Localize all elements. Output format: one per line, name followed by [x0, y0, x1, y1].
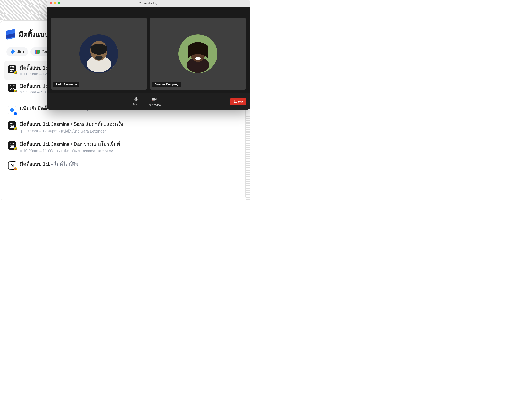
status-dot-icon [20, 91, 22, 93]
list-item[interactable]: N มีตติ้งแบบ 1:1 - ไกด์ไลน์ทีม [6, 157, 239, 173]
pill-jira-label: Jira [17, 49, 24, 54]
item-title: มีตติ้งแบบ 1:1 Jasmine / Dan วางแผนโปรเจ… [20, 141, 238, 148]
list-item[interactable]: FRI 29 มีตติ้งแบบ 1:1 Jasmine / Dan วางแ… [6, 137, 239, 158]
svg-point-6 [95, 56, 103, 60]
status-dot-icon [20, 73, 22, 75]
participant-tile[interactable]: Pedro Newsome [51, 18, 147, 90]
gcal-badge-icon [14, 89, 17, 93]
zoom-titlebar[interactable]: Zoom Meeting [47, 0, 250, 7]
file-icon [8, 106, 16, 114]
zoom-gallery: Pedro Newsome Jasmine Dempsey [47, 7, 250, 93]
item-title: มีตติ้งแบบ 1:1 Jasmine / Sara สัปดาห์ละส… [20, 121, 238, 128]
participant-name-label: Jasmine Dempsey [152, 82, 181, 87]
item-meta: 10:00am – 11:00am · แบ่งปันโดย Jasmine D… [20, 148, 238, 154]
app-logo-icon [6, 29, 15, 40]
background-texture [0, 0, 47, 20]
jira-icon [10, 108, 14, 112]
mute-options-chevron-icon[interactable]: ⌃ [140, 98, 142, 101]
participant-tile[interactable]: Jasmine Dempsey [150, 18, 246, 90]
gcal-badge-icon [14, 147, 17, 151]
calendar-icon: WED 27 [8, 84, 16, 92]
leave-button[interactable]: Leave [230, 98, 246, 105]
gcal-badge-icon [14, 127, 17, 130]
svg-rect-14 [152, 98, 155, 101]
video-options-chevron-icon[interactable]: ⌃ [162, 98, 164, 101]
background-texture-right [246, 115, 250, 200]
microphone-icon [133, 97, 139, 102]
gcal-badge-icon [14, 71, 17, 74]
app-title: มีตติ้งแบบ [19, 29, 49, 40]
calendar-icon: THU 26 [8, 121, 16, 130]
zoom-toolbar: Mute ⌃ Start Video ⌃ Leave [47, 93, 250, 109]
calendar-icon: FRI 29 [8, 142, 16, 150]
item-title: มีตติ้งแบบ 1:1 - ไกด์ไลน์ทีม [20, 160, 238, 168]
maximize-window-button[interactable] [58, 2, 60, 5]
mute-label: Mute [133, 103, 139, 106]
participant-name-label: Pedro Newsome [53, 82, 79, 87]
chrome-badge-icon [14, 167, 17, 170]
attachment-icon [20, 130, 22, 133]
gmail-icon [35, 50, 40, 54]
video-off-icon [151, 97, 157, 103]
notion-icon: N [8, 161, 16, 169]
minimize-window-button[interactable] [54, 2, 56, 5]
item-meta: 11:00am – 12:00pm · แบ่งปันโดย Sara Letz… [20, 128, 238, 134]
zoom-window: Zoom Meeting Pedro Newsome [47, 0, 250, 109]
participant-avatar [178, 34, 217, 73]
participant-avatar [79, 34, 118, 73]
pill-jira[interactable]: Jira [6, 47, 28, 56]
svg-rect-12 [136, 97, 137, 100]
svg-rect-10 [192, 48, 204, 50]
status-dot-icon [20, 150, 22, 152]
window-title: Zoom Meeting [139, 2, 157, 5]
video-label: Start Video [148, 103, 161, 107]
calendar-icon: WED 27 [8, 65, 16, 73]
window-controls [50, 2, 60, 5]
list-item[interactable]: THU 26 มีตติ้งแบบ 1:1 Jasmine / Sara สัป… [6, 117, 239, 137]
svg-point-11 [195, 57, 201, 60]
start-video-button[interactable]: Start Video [148, 97, 161, 107]
close-window-button[interactable] [50, 2, 52, 5]
mute-button[interactable]: Mute [133, 97, 139, 106]
jira-icon [10, 50, 15, 54]
